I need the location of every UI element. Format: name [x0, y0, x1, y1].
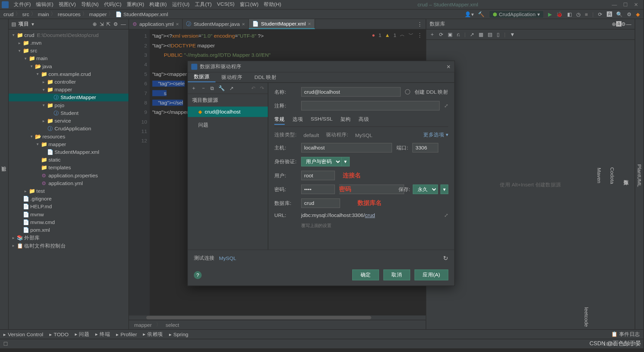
conn-type-value[interactable]: default — [304, 132, 319, 138]
right-tab-plantuml[interactable]: PlantUML — [636, 162, 643, 189]
auth-dropdown-icon[interactable]: ▾ — [342, 157, 350, 166]
dialog-tab[interactable]: 数据源 — [188, 72, 216, 82]
settings-icon[interactable]: ⚙ — [627, 11, 632, 17]
tree-row[interactable]: ▾📁mapper — [9, 140, 128, 148]
dialog-close-icon[interactable]: ✕ — [446, 63, 451, 70]
expand-all-icon[interactable]: ⇲ — [100, 21, 104, 27]
ok-button[interactable]: 确定 — [352, 269, 379, 280]
tree-row[interactable]: 📄mvnw.cmd — [9, 218, 128, 226]
menu-item[interactable]: 代码(C) — [101, 1, 124, 8]
expand-icon[interactable]: ⤢ — [444, 103, 448, 109]
more-options-link[interactable]: 更多选项 ▾ — [423, 131, 448, 139]
crumb-item[interactable]: mapper — [134, 322, 152, 328]
query-icon[interactable]: ▯ — [497, 32, 500, 38]
event-log-tab[interactable]: 📋 事件日志 — [611, 331, 640, 338]
password-input-ext[interactable] — [339, 185, 404, 194]
port-input[interactable] — [413, 143, 438, 152]
search-icon[interactable]: 🔍 — [616, 11, 623, 17]
tree-row[interactable]: ▸📁service — [9, 117, 128, 125]
editor-tab[interactable]: ⒿStudentMapper.java× — [183, 19, 249, 29]
tree-row[interactable]: ▾📁src — [9, 47, 128, 54]
menu-item[interactable]: 工具(T) — [192, 1, 214, 8]
help-icon[interactable]: ? — [194, 271, 202, 279]
minimize-icon[interactable]: — — [612, 2, 617, 8]
breadcrumb-item[interactable]: resources — [58, 11, 80, 17]
user-icon[interactable]: 👤▾ — [465, 11, 474, 17]
status-icon[interactable]: ☐ — [3, 341, 8, 347]
breadcrumb-item[interactable]: crud — [3, 11, 13, 17]
save-dropdown-icon[interactable]: ▾ — [440, 185, 448, 194]
comment-input[interactable] — [301, 101, 440, 111]
inspection-widget[interactable]: ●1 ▲1 ︿ ﹀ ⋮ — [372, 31, 422, 39]
password-input[interactable] — [301, 185, 335, 194]
menu-item[interactable]: 运行(U) — [169, 1, 192, 8]
driver-link[interactable]: MySQL — [219, 255, 236, 261]
wrench-icon[interactable]: 🔧 — [218, 85, 225, 91]
menu-item[interactable]: 导航(N) — [78, 1, 101, 8]
create-ddl-link[interactable]: 创建 DDL 映射 — [415, 88, 448, 96]
tree-row[interactable]: ⚙application.properties — [9, 172, 128, 179]
translate-icon[interactable]: 🅰 — [607, 11, 612, 17]
bottom-tab[interactable]: ▸问题 — [75, 331, 90, 338]
project-tree[interactable]: ▾📁crudE:\Documets\Desktop\crud▸📁.mvn▾📁sr… — [9, 30, 128, 329]
tree-row[interactable]: ▸📋临时文件和控制台 — [9, 242, 128, 250]
copy-icon[interactable]: ⧉ — [210, 85, 214, 91]
tree-row[interactable]: ⒿStudent — [9, 109, 128, 117]
git-update-icon[interactable]: ⟳ — [598, 11, 602, 17]
cancel-button[interactable]: 取消 — [383, 269, 410, 280]
menu-item[interactable]: VCS(S) — [214, 1, 237, 8]
breadcrumb-item[interactable]: 📄 StudentMapper.xml — [115, 11, 168, 17]
menu-item[interactable]: 视图(V) — [56, 1, 78, 8]
breadcrumb-item[interactable]: main — [38, 11, 49, 17]
collapse-all-icon[interactable]: ⇱ — [106, 21, 111, 27]
run-icon[interactable]: ▶ — [548, 11, 552, 17]
chevron-down-icon[interactable]: ▾ — [32, 21, 34, 27]
filter-icon[interactable]: ▼ — [510, 32, 515, 38]
tree-row[interactable]: 📄.gitignore — [9, 195, 128, 203]
bottom-tab[interactable]: ▸终端 — [95, 331, 110, 338]
bottom-tab[interactable]: ▸Profiler — [116, 331, 137, 337]
goto-icon[interactable]: ↗ — [229, 85, 234, 91]
tabs-more-icon[interactable]: ⋮ — [414, 19, 426, 29]
menu-item[interactable]: 帮助(H) — [261, 1, 284, 8]
breadcrumb-item[interactable]: mapper — [89, 11, 107, 17]
editor-scrollbar[interactable] — [129, 315, 426, 320]
url-value[interactable]: jdbc:mysql://localhost:3306/crud — [301, 212, 440, 218]
right-tab-maven[interactable]: Maven — [595, 165, 603, 186]
datasource-item[interactable]: ◆ crud@localhost — [188, 106, 268, 117]
tree-row[interactable]: 📄StudentMapper.xml — [9, 148, 128, 156]
run-config-selector[interactable]: ⬢ CrudApplication ▾ — [489, 10, 544, 18]
stop-icon[interactable]: ▣ — [448, 32, 452, 38]
settings-icon[interactable]: ⚙ — [621, 21, 626, 27]
tree-row[interactable]: ▾📁mapper — [9, 86, 128, 93]
target-icon[interactable]: ⊕ — [612, 21, 616, 27]
tree-row[interactable]: ▸📁controller — [9, 78, 128, 86]
test-connection-link[interactable]: 测试连接 — [194, 254, 215, 262]
codota-icon[interactable]: ◆ — [636, 11, 640, 17]
right-tab-数据库[interactable]: 数据库 — [621, 173, 630, 178]
add-icon[interactable]: ＋ — [191, 85, 196, 92]
apply-button[interactable]: 应用(A) — [415, 269, 448, 280]
add-icon[interactable]: ＋ — [430, 31, 435, 38]
sub-tab[interactable]: 架构 — [340, 115, 351, 125]
tree-row[interactable]: ▾📂java — [9, 62, 128, 70]
close-tab-icon[interactable]: × — [176, 21, 179, 27]
bottom-tab[interactable]: ▸TODO — [49, 331, 68, 337]
dialog-tab[interactable]: DDL 映射 — [248, 72, 282, 82]
build-icon[interactable]: 🔨 — [478, 11, 484, 17]
tree-row[interactable]: ⒿCrudApplication — [9, 125, 128, 133]
select-opened-file-icon[interactable]: ⊕ — [93, 21, 97, 27]
profile-icon[interactable]: ◷ — [576, 11, 581, 17]
menu-item[interactable]: 文件(F) — [11, 1, 34, 8]
menu-item[interactable]: 窗口(W) — [237, 1, 261, 8]
tree-row[interactable]: ▾📁pojo — [9, 101, 128, 109]
bottom-tab[interactable]: ▸Spring — [169, 331, 189, 337]
remove-icon[interactable]: － — [201, 85, 206, 92]
database-input[interactable] — [301, 199, 340, 208]
dialog-tab[interactable]: 驱动程序 — [215, 72, 248, 82]
editor-tab[interactable]: 📄StudentMapper.xml× — [249, 19, 315, 29]
tx-icon[interactable]: ⎌ — [457, 32, 460, 38]
tree-row[interactable]: ▾📁main — [9, 55, 128, 62]
tree-row[interactable]: ▸📁test — [9, 187, 128, 195]
host-input[interactable] — [301, 143, 392, 152]
